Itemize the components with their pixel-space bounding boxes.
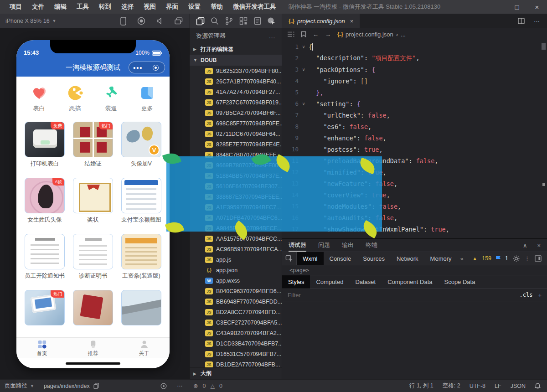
fold-icon[interactable]: ∨ xyxy=(299,101,309,106)
editor-scrollbar[interactable] xyxy=(542,43,546,50)
style-tab-styles[interactable]: Styles xyxy=(282,275,310,289)
inspect-element-icon[interactable] xyxy=(282,252,297,265)
warning-icon[interactable]: ▲ xyxy=(472,256,477,261)
project-root-section[interactable]: ▼ DOUB xyxy=(190,55,282,66)
pointer-icon[interactable] xyxy=(267,17,275,25)
file-item[interactable]: JSAA515756707094BFCC... xyxy=(190,233,282,244)
git-branch-icon[interactable] xyxy=(225,17,233,25)
info-count[interactable]: 1 xyxy=(505,255,508,262)
template-card[interactable]: 工资条(装逼版) xyxy=(121,234,161,280)
quick-entry-heart[interactable]: 表白 xyxy=(26,85,53,113)
language-mode[interactable]: JSON xyxy=(511,383,526,389)
code-line[interactable]: 2 "description": "项目配置文件", xyxy=(282,52,547,64)
preview-icon[interactable] xyxy=(160,383,167,389)
menu-item-转到[interactable]: 转到 xyxy=(95,1,115,13)
style-filter-input[interactable] xyxy=(288,292,520,299)
menu-item-选择[interactable]: 选择 xyxy=(117,1,138,13)
widgets-icon[interactable] xyxy=(239,17,248,25)
quick-entry-bookmark[interactable]: 更多 xyxy=(134,85,161,113)
code-line[interactable]: 8 "es6": false, xyxy=(282,121,547,132)
outline-section[interactable]: ▶ 大纲 xyxy=(190,367,282,379)
template-card[interactable]: 诊断证明书 xyxy=(73,234,113,280)
open-editors-section[interactable]: ▶ 打开的编辑器 xyxy=(190,44,282,55)
notification-bell-icon[interactable] xyxy=(535,383,541,389)
menu-item-文件[interactable]: 文件 xyxy=(28,1,48,13)
multi-window-icon[interactable] xyxy=(175,17,183,25)
forward-icon[interactable]: → xyxy=(325,31,331,38)
page-file-icon[interactable] xyxy=(254,17,261,25)
code-line[interactable]: 9 "enhance": false, xyxy=(282,132,547,144)
toggle-class-button[interactable]: .cls xyxy=(520,292,533,298)
file-item[interactable]: JS698C85F7707094BF0FE... xyxy=(190,118,282,129)
template-card[interactable]: 热门结婚证 xyxy=(73,122,113,168)
code-line[interactable]: 3∨ "packOptions": { xyxy=(282,64,547,75)
close-button[interactable]: × xyxy=(527,0,547,14)
code-line[interactable]: 1∨{ xyxy=(282,41,547,52)
menu-item-帮助[interactable]: 帮助 xyxy=(206,1,227,13)
devtools-tab-Console[interactable]: Console xyxy=(324,252,357,265)
page-path-selector[interactable]: 页面路径 ▼ xyxy=(0,382,34,390)
file-item[interactable]: {..}app.json xyxy=(190,265,282,275)
file-item[interactable]: JS097B5CA2707094BF6F... xyxy=(190,108,282,118)
style-tab-component-data[interactable]: Component Data xyxy=(382,275,438,289)
back-icon[interactable]: ← xyxy=(313,31,319,38)
panel-tab-终端[interactable]: 终端 xyxy=(366,239,377,252)
menu-item-编辑[interactable]: 编辑 xyxy=(50,1,71,13)
record-icon[interactable] xyxy=(137,17,145,25)
template-card[interactable] xyxy=(73,290,113,325)
problems-indicator[interactable]: ⊗ 0 △ 0 xyxy=(193,382,222,389)
fold-icon[interactable]: ∨ xyxy=(299,44,309,49)
maximize-button[interactable]: □ xyxy=(507,0,527,14)
split-editor-icon[interactable] xyxy=(518,18,525,24)
file-item[interactable]: Wapp.wxss xyxy=(190,275,282,286)
mute-icon[interactable] xyxy=(156,17,164,25)
wxml-element-tree[interactable]: <page> xyxy=(282,265,547,275)
info-flag-icon[interactable] xyxy=(496,256,501,261)
phone-tab-推荐[interactable]: 推荐 xyxy=(67,338,119,358)
statusbar-more-icon[interactable]: ⋯ xyxy=(177,382,183,389)
template-card[interactable]: V头像加V xyxy=(121,122,161,168)
current-page-path[interactable]: pages/index/index xyxy=(44,383,90,389)
search-icon[interactable] xyxy=(211,17,219,25)
menu-item-微信开发者工具[interactable]: 微信开发者工具 xyxy=(229,1,280,13)
phone-tab-首页[interactable]: 首页 xyxy=(16,338,67,358)
code-line[interactable]: 10 "postcss": true, xyxy=(282,144,547,155)
menu-item-项目[interactable]: 项目 xyxy=(5,1,26,13)
capsule-more-icon[interactable]: ●●● xyxy=(129,65,147,70)
file-item[interactable]: JSB040C963707094BFD6... xyxy=(190,286,282,296)
file-item[interactable]: JSC3ECF272707094BFA5... xyxy=(190,317,282,328)
menu-item-视图[interactable]: 视图 xyxy=(139,1,160,13)
phone-tab-关于[interactable]: 关于 xyxy=(119,338,170,358)
eol-setting[interactable]: LF xyxy=(495,383,501,389)
panel-tab-调试器[interactable]: 调试器 xyxy=(289,239,306,252)
add-style-button[interactable]: + xyxy=(538,292,542,299)
file-item[interactable]: JSC43A9B20707094BFA2... xyxy=(190,328,282,338)
template-card[interactable]: 奖状 xyxy=(73,178,113,224)
file-item[interactable]: JS26C7A1B7707094BF40... xyxy=(190,76,282,87)
explorer-more-icon[interactable]: ... xyxy=(269,33,275,40)
panel-tab-输出[interactable]: 输出 xyxy=(342,239,354,252)
minimize-button[interactable]: – xyxy=(487,0,507,14)
devtools-tab-Memory[interactable]: Memory xyxy=(424,252,458,265)
code-line[interactable]: 5 }, xyxy=(282,87,547,98)
fold-icon[interactable]: ∨ xyxy=(299,67,309,72)
file-item[interactable]: JS41A7A274707094BF27... xyxy=(190,87,282,97)
file-item[interactable]: JS02711DC6707094BF64... xyxy=(190,129,282,139)
quick-entry-pacman[interactable]: 恶搞 xyxy=(62,85,89,113)
template-card[interactable]: 免费打印机表白 xyxy=(25,122,65,168)
file-item[interactable]: JS67F237C6707094BF019... xyxy=(190,97,282,108)
menu-item-设置[interactable]: 设置 xyxy=(184,1,205,13)
list-icon[interactable] xyxy=(288,31,294,37)
collapse-panel-icon[interactable]: ∧ xyxy=(523,242,527,249)
quick-entry-plane[interactable]: 装逼 xyxy=(98,85,125,113)
devtools-tab-Sources[interactable]: Sources xyxy=(357,252,391,265)
capsule-close-icon[interactable] xyxy=(147,65,165,71)
file-item[interactable]: JSBD2A8CC7707094BFD... xyxy=(190,307,282,317)
devtools-tab-Wxml[interactable]: Wxml xyxy=(297,252,324,265)
file-item[interactable]: JSAC96B591707094BFCA... xyxy=(190,244,282,254)
file-item[interactable]: JSapp.js xyxy=(190,254,282,265)
files-icon[interactable] xyxy=(196,17,205,26)
code-line[interactable]: 7 "urlCheck": false, xyxy=(282,109,547,121)
template-card[interactable]: 6款女生姓氏头像 xyxy=(25,178,65,224)
tab-close-icon[interactable]: × xyxy=(350,18,354,25)
